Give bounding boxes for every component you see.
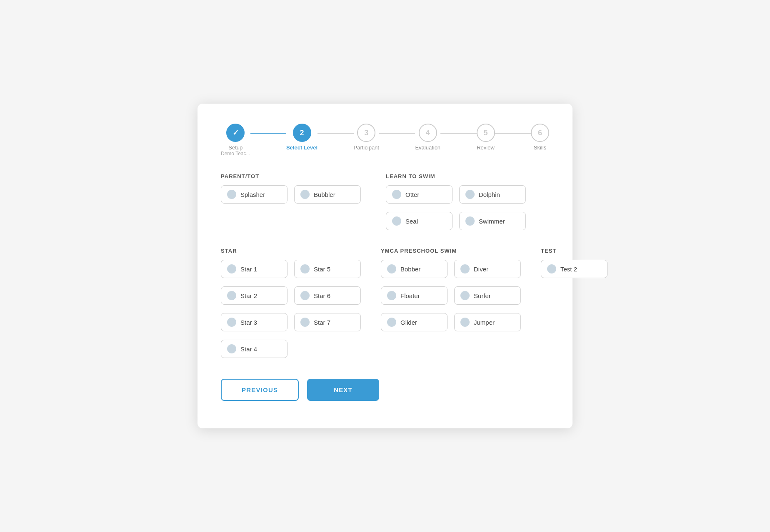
stepper: ✓ Setup Demo Teac... 2 Select Level 3 Pa… — [221, 124, 549, 157]
step-review[interactable]: 5 Review — [477, 124, 495, 151]
bubbler-dot — [300, 190, 310, 199]
parent-tot-header: PARENT/TOT — [221, 173, 361, 179]
star2-dot — [227, 291, 236, 300]
level-seal[interactable]: Seal — [386, 212, 452, 230]
jumper-dot — [460, 318, 470, 327]
star5-dot — [300, 264, 310, 273]
parent-tot-grid: Splasher Bubbler — [221, 185, 361, 208]
level-star4[interactable]: Star 4 — [221, 340, 288, 358]
step-select-level[interactable]: 2 Select Level — [286, 124, 318, 151]
step-circle-evaluation: 4 — [419, 124, 437, 142]
step-skills[interactable]: 6 Skills — [531, 124, 549, 151]
bobber-label: Bobber — [400, 266, 420, 273]
level-bobber[interactable]: Bobber — [381, 260, 448, 278]
level-star7[interactable]: Star 7 — [294, 313, 361, 331]
step-connector-4 — [440, 133, 476, 134]
splasher-label: Splasher — [240, 191, 265, 198]
level-star1[interactable]: Star 1 — [221, 260, 288, 278]
bottom-sections: STAR Star 1 Star 5 Star 2 Star 6 — [221, 248, 549, 362]
bubbler-label: Bubbler — [314, 191, 335, 198]
star-header: STAR — [221, 248, 361, 254]
star1-dot — [227, 264, 236, 273]
star3-label: Star 3 — [240, 319, 257, 326]
level-star2[interactable]: Star 2 — [221, 286, 288, 305]
step-circle-setup: ✓ — [226, 124, 245, 142]
step-setup[interactable]: ✓ Setup Demo Teac... — [221, 124, 250, 157]
step-participant[interactable]: 3 Participant — [354, 124, 379, 151]
step-circle-select-level: 2 — [293, 124, 311, 142]
step-label-evaluation: Evaluation — [415, 144, 440, 151]
star1-label: Star 1 — [240, 266, 257, 273]
section-ymca: YMCA PRESCHOOL SWIM Bobber Diver Floater… — [381, 248, 521, 336]
swimmer-dot — [465, 216, 475, 226]
jumper-label: Jumper — [474, 319, 495, 326]
step-label-participant: Participant — [354, 144, 379, 151]
step-connector-3 — [379, 133, 415, 134]
level-floater[interactable]: Floater — [381, 286, 448, 305]
level-star3[interactable]: Star 3 — [221, 313, 288, 331]
learn-to-swim-header: LEARN TO SWIM — [386, 173, 526, 179]
modal: ✓ Setup Demo Teac... 2 Select Level 3 Pa… — [198, 104, 572, 428]
star2-label: Star 2 — [240, 292, 257, 299]
star6-label: Star 6 — [314, 292, 330, 299]
glider-dot — [387, 318, 396, 327]
floater-label: Floater — [400, 292, 420, 299]
surfer-label: Surfer — [474, 292, 491, 299]
section-parent-tot: PARENT/TOT Splasher Bubbler — [221, 173, 361, 234]
surfer-dot — [460, 291, 470, 300]
previous-button[interactable]: PREVIOUS — [221, 379, 299, 401]
step-connector-5 — [495, 133, 531, 134]
level-otter[interactable]: Otter — [386, 185, 452, 204]
step-label-review: Review — [477, 144, 495, 151]
test2-dot — [547, 264, 556, 273]
footer-buttons: PREVIOUS NEXT — [221, 379, 549, 401]
dolphin-dot — [465, 190, 475, 199]
step-connector-1 — [250, 133, 286, 134]
star4-dot — [227, 344, 236, 353]
ymca-header: YMCA PRESCHOOL SWIM — [381, 248, 521, 254]
step-evaluation[interactable]: 4 Evaluation — [415, 124, 440, 151]
learn-to-swim-grid: Otter Dolphin Seal Swimmer — [386, 185, 526, 234]
level-jumper[interactable]: Jumper — [454, 313, 521, 331]
star6-dot — [300, 291, 310, 300]
level-glider[interactable]: Glider — [381, 313, 448, 331]
level-swimmer[interactable]: Swimmer — [459, 212, 526, 230]
step-circle-participant: 3 — [357, 124, 375, 142]
next-button[interactable]: NEXT — [307, 379, 379, 401]
step-circle-skills: 6 — [531, 124, 549, 142]
diver-label: Diver — [474, 266, 488, 273]
test-grid: Test 2 — [541, 260, 608, 282]
test-header: TEST — [541, 248, 608, 254]
ymca-grid: Bobber Diver Floater Surfer Glider — [381, 260, 521, 336]
step-sublabel-setup: Demo Teac... — [221, 151, 250, 157]
level-star6[interactable]: Star 6 — [294, 286, 361, 305]
dolphin-label: Dolphin — [479, 191, 500, 198]
star3-dot — [227, 318, 236, 327]
swimmer-label: Swimmer — [479, 218, 505, 225]
floater-dot — [387, 291, 396, 300]
otter-label: Otter — [405, 191, 419, 198]
test2-label: Test 2 — [560, 266, 577, 273]
step-label-select-level: Select Level — [286, 144, 318, 151]
level-splasher[interactable]: Splasher — [221, 185, 288, 204]
section-test: TEST Test 2 — [541, 248, 608, 282]
level-diver[interactable]: Diver — [454, 260, 521, 278]
seal-dot — [392, 216, 401, 226]
diver-dot — [460, 264, 470, 273]
star7-dot — [300, 318, 310, 327]
top-sections: PARENT/TOT Splasher Bubbler LEARN TO SWI… — [221, 173, 549, 234]
level-bubbler[interactable]: Bubbler — [294, 185, 361, 204]
section-star: STAR Star 1 Star 5 Star 2 Star 6 — [221, 248, 361, 362]
step-connector-2 — [318, 133, 353, 134]
star-grid: Star 1 Star 5 Star 2 Star 6 Star 3 — [221, 260, 361, 362]
section-learn-to-swim: LEARN TO SWIM Otter Dolphin Seal Swimmer — [386, 173, 526, 234]
level-dolphin[interactable]: Dolphin — [459, 185, 526, 204]
glider-label: Glider — [400, 319, 417, 326]
step-circle-review: 5 — [477, 124, 495, 142]
level-star5[interactable]: Star 5 — [294, 260, 361, 278]
step-label-skills: Skills — [534, 144, 546, 151]
level-surfer[interactable]: Surfer — [454, 286, 521, 305]
level-test2[interactable]: Test 2 — [541, 260, 608, 278]
otter-dot — [392, 190, 401, 199]
star7-label: Star 7 — [314, 319, 330, 326]
